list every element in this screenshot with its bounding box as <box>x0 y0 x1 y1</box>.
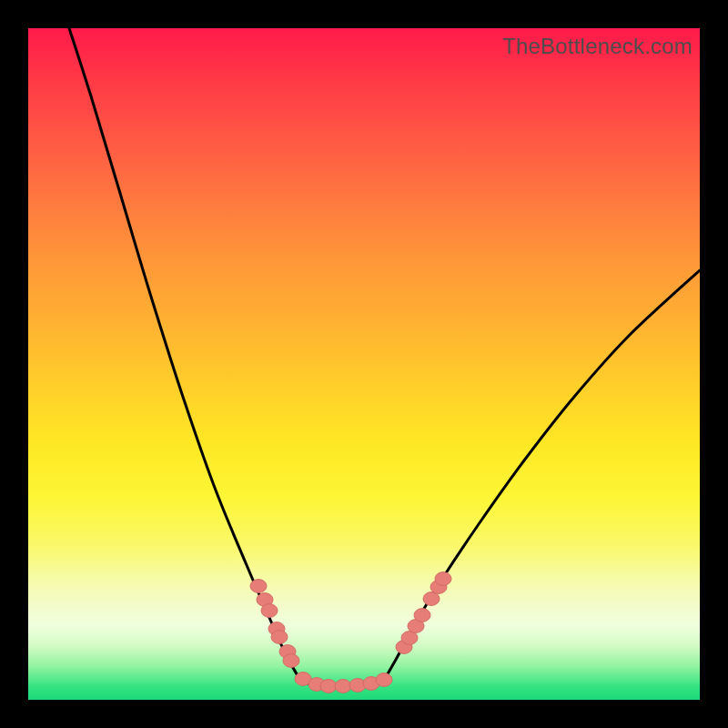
chart-canvas: TheBottleneck.com <box>0 0 728 728</box>
chart-svg <box>28 28 700 700</box>
marker-bead <box>283 654 299 668</box>
marker-bead <box>423 592 440 606</box>
marker-bead <box>261 604 278 618</box>
marker-beads <box>250 572 451 693</box>
marker-bead <box>414 609 430 622</box>
marker-bead <box>250 580 267 593</box>
marker-bead <box>320 680 337 693</box>
marker-bead <box>376 673 392 687</box>
right-curve-path <box>383 270 700 682</box>
marker-bead <box>435 572 451 586</box>
marker-bead <box>335 680 351 693</box>
plot-area: TheBottleneck.com <box>28 28 700 700</box>
marker-bead <box>271 631 288 644</box>
